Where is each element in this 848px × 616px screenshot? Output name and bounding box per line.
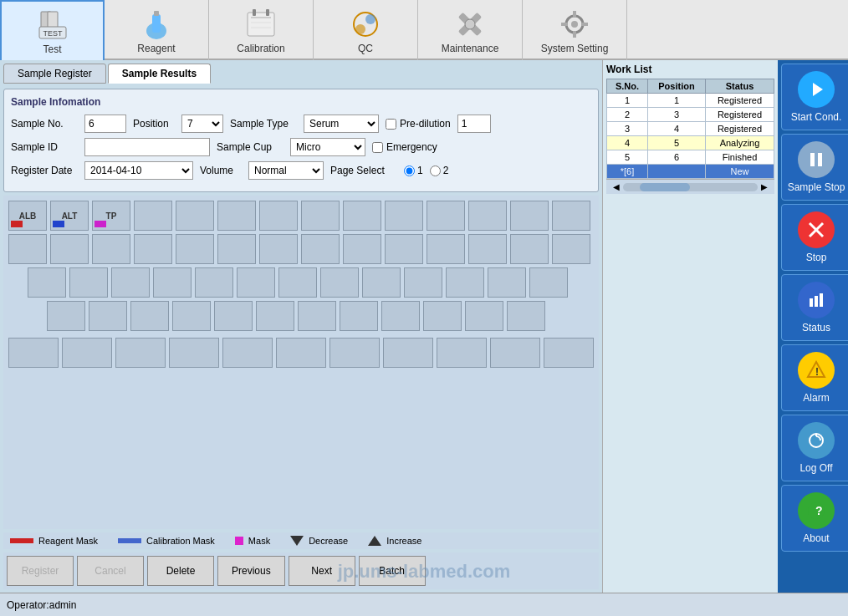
volume-select[interactable]: NormalHighLow — [248, 161, 324, 180]
sample-no-input[interactable] — [84, 115, 126, 133]
grid-cell-r4c6[interactable] — [256, 301, 294, 331]
scroll-left-arrow[interactable]: ◀ — [610, 181, 623, 194]
grid-cell-r2c1[interactable] — [8, 234, 47, 264]
cancel-button[interactable]: Cancel — [77, 556, 144, 586]
nav-test[interactable]: TEST Test — [0, 0, 105, 60]
grid-cell-r4c2[interactable] — [89, 301, 127, 331]
sidebar-logoff[interactable]: Log Off — [781, 415, 848, 481]
nav-qc[interactable]: QC — [314, 0, 418, 60]
grid-cell-r3c3[interactable] — [111, 267, 150, 298]
grid-cell-r2c13[interactable] — [510, 234, 549, 264]
grid-cell-r2c8[interactable] — [301, 234, 340, 264]
tab-sample-register[interactable]: Sample Register — [3, 64, 106, 84]
position-select[interactable]: 7 — [181, 115, 223, 133]
grid-cell-r1c12[interactable] — [468, 201, 507, 231]
nav-system-setting[interactable]: System Setting — [523, 0, 627, 60]
grid-cell-r4c12[interactable] — [507, 301, 545, 331]
grid-cell-r3c9[interactable] — [362, 267, 401, 298]
scroll-right-arrow[interactable]: ▶ — [758, 181, 771, 194]
scrollbar-track[interactable] — [623, 183, 758, 191]
sidebar-sample-stop[interactable]: Sample Stop — [781, 134, 848, 201]
grid-cell-r1c8[interactable] — [301, 201, 340, 231]
work-list-scrollbar[interactable]: ◀ ▶ — [606, 179, 774, 194]
grid-cell-r2c12[interactable] — [468, 234, 507, 264]
predilution-checkbox-label[interactable]: Pre-dilution — [386, 118, 451, 130]
grid-cell-r4c4[interactable] — [172, 301, 211, 331]
sample-cup-select[interactable]: MicroStandard — [290, 138, 365, 156]
nav-maintenance[interactable]: Maintenance — [418, 0, 523, 60]
grid-cell-r2c11[interactable] — [427, 234, 465, 264]
work-list-row[interactable]: *[6]New — [607, 165, 774, 179]
grid-cell-r4c11[interactable] — [465, 301, 503, 331]
grid-cell-r1c10[interactable] — [385, 201, 423, 231]
grid-cell-r5c8[interactable] — [383, 338, 433, 368]
grid-cell-r2c6[interactable] — [217, 234, 256, 264]
grid-cell-r1c5[interactable] — [176, 201, 214, 231]
predilution-value-input[interactable] — [457, 115, 491, 133]
grid-cell-alt[interactable]: ALT — [50, 201, 89, 231]
grid-cell-r3c8[interactable] — [320, 267, 359, 298]
work-list-row[interactable]: 45Analyzing — [607, 136, 774, 150]
page1-radio[interactable] — [404, 165, 415, 176]
grid-cell-r5c3[interactable] — [115, 338, 166, 368]
grid-cell-r3c5[interactable] — [195, 267, 233, 298]
grid-cell-r1c14[interactable] — [552, 201, 590, 231]
work-list-row[interactable]: 23Registered — [607, 108, 774, 122]
grid-cell-r5c10[interactable] — [490, 338, 540, 368]
grid-cell-r4c10[interactable] — [423, 301, 462, 331]
grid-cell-r2c2[interactable] — [50, 234, 89, 264]
grid-cell-r5c6[interactable] — [276, 338, 326, 368]
sidebar-start-cond[interactable]: Start Cond. — [781, 64, 848, 130]
grid-cell-tp[interactable]: TP — [92, 201, 130, 231]
grid-cell-r2c7[interactable] — [259, 234, 298, 264]
sidebar-alarm[interactable]: ! Alarm — [781, 344, 848, 411]
grid-cell-r1c4[interactable] — [134, 201, 172, 231]
grid-cell-r4c8[interactable] — [340, 301, 378, 331]
nav-reagent[interactable]: Reagent — [105, 0, 209, 60]
grid-cell-r4c5[interactable] — [214, 301, 253, 331]
grid-cell-r5c4[interactable] — [169, 338, 219, 368]
register-date-select[interactable]: 2014-04-10 — [84, 161, 193, 180]
grid-cell-r3c6[interactable] — [237, 267, 275, 298]
grid-cell-r1c6[interactable] — [217, 201, 256, 231]
grid-cell-r2c14[interactable] — [552, 234, 590, 264]
page1-radio-label[interactable]: 1 — [404, 165, 423, 176]
sidebar-stop[interactable]: Stop — [781, 204, 848, 271]
grid-cell-r2c9[interactable] — [343, 234, 381, 264]
grid-cell-r5c7[interactable] — [329, 338, 380, 368]
grid-cell-r4c7[interactable] — [298, 301, 336, 331]
grid-cell-r5c11[interactable] — [544, 338, 594, 368]
tab-sample-results[interactable]: Sample Results — [108, 64, 211, 84]
nav-calibration[interactable]: Calibration — [209, 0, 314, 60]
work-list-row[interactable]: 56Finished — [607, 150, 774, 165]
grid-cell-r2c4[interactable] — [134, 234, 172, 264]
grid-cell-r3c4[interactable] — [153, 267, 192, 298]
grid-cell-r3c13[interactable] — [529, 267, 568, 298]
grid-cell-r4c3[interactable] — [130, 301, 169, 331]
scrollbar-thumb[interactable] — [640, 183, 690, 191]
work-list-row[interactable]: 34Registered — [607, 122, 774, 136]
grid-cell-r5c1[interactable] — [8, 338, 59, 368]
sidebar-status[interactable]: Status — [781, 274, 848, 341]
grid-cell-r1c9[interactable] — [343, 201, 381, 231]
page2-radio[interactable] — [430, 165, 441, 176]
batch-button[interactable]: Batch — [359, 556, 426, 586]
grid-cell-r5c9[interactable] — [437, 338, 487, 368]
predilution-checkbox[interactable] — [386, 119, 396, 130]
grid-cell-r4c9[interactable] — [381, 301, 420, 331]
register-button[interactable]: Register — [7, 556, 74, 586]
grid-cell-r3c7[interactable] — [278, 267, 317, 298]
page2-radio-label[interactable]: 2 — [430, 165, 449, 176]
grid-cell-r3c12[interactable] — [488, 267, 526, 298]
grid-cell-r2c10[interactable] — [385, 234, 423, 264]
sample-id-input[interactable] — [84, 138, 210, 156]
previous-button[interactable]: Previous — [217, 556, 285, 586]
grid-cell-r1c11[interactable] — [427, 201, 465, 231]
delete-button[interactable]: Delete — [147, 556, 214, 586]
next-button[interactable]: Next — [289, 556, 355, 586]
sidebar-about[interactable]: ? About — [781, 485, 848, 552]
grid-cell-alb[interactable]: ALB — [8, 201, 47, 231]
grid-cell-r2c3[interactable] — [92, 234, 130, 264]
emergency-checkbox[interactable] — [372, 142, 383, 153]
grid-cell-r2c5[interactable] — [176, 234, 214, 264]
